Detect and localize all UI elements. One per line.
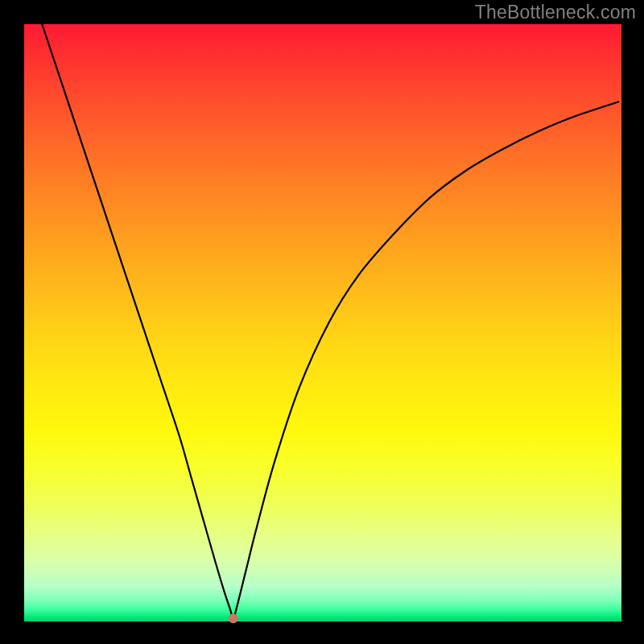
- watermark-label: TheBottleneck.com: [475, 2, 636, 23]
- chart-frame: TheBottleneck.com: [0, 0, 644, 644]
- minimum-point: [229, 613, 238, 623]
- curve-svg: [24, 24, 621, 621]
- plot-area: [24, 24, 621, 621]
- bottleneck-curve: [42, 24, 618, 618]
